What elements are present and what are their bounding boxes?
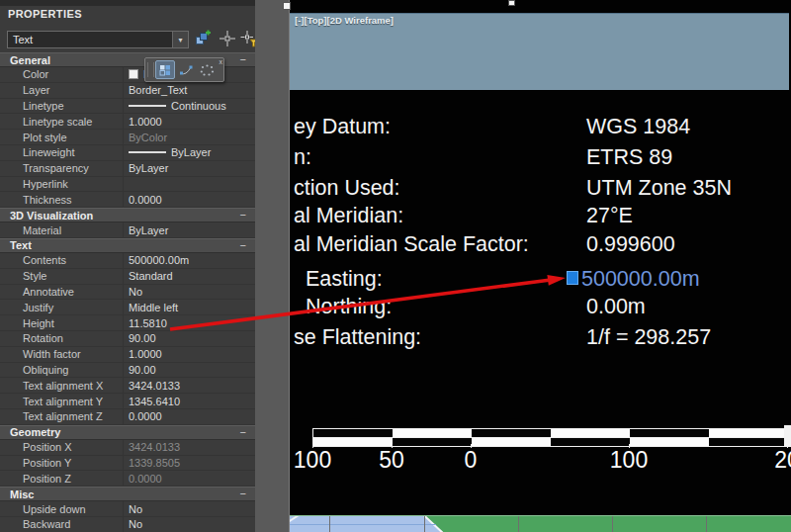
property-value[interactable]: 3424.0133 [124,440,255,455]
property-row-obliquing[interactable]: Obliquing 90.00 [0,363,255,379]
property-row-position-y[interactable]: Position Y 1339.8505 [0,456,255,472]
property-value[interactable]: ByLayer [124,145,255,160]
section-header-3d-visualization[interactable]: 3D Visualization − [0,208,255,222]
property-value[interactable]: No [124,517,255,532]
section-header-text[interactable]: Text − [0,238,255,253]
property-row-thickness[interactable]: Thickness 0.0000 [0,192,255,208]
property-value[interactable]: Standard [124,269,255,284]
info-label[interactable]: Northing: [306,294,392,320]
collapse-icon[interactable]: − [240,427,255,438]
info-line: n: ETRS 89 [290,144,791,171]
info-line: Northing: 0.00m [290,294,791,320]
property-row-lineweight[interactable]: Lineweight ByLayer [0,145,255,161]
property-row-linetype-scale[interactable]: Linetype scale 1.0000 [0,114,255,130]
property-row-plot-style[interactable]: Plot style ByColor [0,130,255,145]
scale-bar-label[interactable]: 100 [610,447,648,474]
property-row-annotative[interactable]: Annotative No [0,285,255,301]
property-value[interactable]: 1339.8505 [124,456,255,471]
property-row-text-alignment-z[interactable]: Text alignment Z 0.0000 [0,409,255,425]
property-value[interactable]: 3424.0133 [124,378,255,393]
property-row-justify[interactable]: Justify Middle left [0,300,255,315]
viewport-grip[interactable] [508,0,515,6]
info-value[interactable]: 0.00m [586,294,646,320]
property-row-style[interactable]: Style Standard [0,269,255,285]
property-value[interactable]: ByColor [124,130,255,144]
close-icon[interactable]: x [220,58,223,65]
collapse-icon[interactable]: − [240,54,255,65]
property-row-backward[interactable]: Backward No [0,517,255,532]
property-row-layer[interactable]: Layer Border_Text [0,83,255,99]
map-scale-bar[interactable] [312,428,789,447]
property-value[interactable]: ByLayer [124,161,255,176]
chevron-down-icon[interactable]: ▾ [172,32,188,47]
info-label[interactable]: al Meridian: [294,203,403,229]
tool-strip: A [255,0,289,532]
property-value[interactable]: 90.00 [124,363,255,378]
selection-marquee-icon[interactable] [197,60,217,79]
collapse-icon[interactable]: − [240,240,255,251]
property-value[interactable]: 90.00 [124,331,255,346]
property-row-rotation[interactable]: Rotation 90.00 [0,331,255,347]
info-label[interactable]: al Meridian Scale Factor: [294,231,529,258]
drawing-canvas[interactable]: [-][Top][2D Wireframe] ey Datum: WGS 198… [289,0,791,532]
property-value[interactable]: Continuous [124,99,255,114]
info-value[interactable]: WGS 1984 [586,114,690,140]
property-value[interactable]: Middle left [124,300,255,314]
property-value[interactable] [124,177,255,192]
section-header-geometry[interactable]: Geometry − [0,425,255,440]
scale-bar-label[interactable]: 0 [465,447,478,474]
scale-bar-label[interactable]: 50 [379,447,404,474]
info-value[interactable]: 1/f = 298.257 [586,324,711,351]
scale-bar-label[interactable]: 20 [774,447,791,474]
property-row-hyperlink[interactable]: Hyperlink [0,177,255,193]
toolbar-drag-handle[interactable] [147,62,154,77]
info-label[interactable]: ction Used: [294,175,400,202]
property-value[interactable]: 0.0000 [124,471,255,486]
object-type-combobox[interactable]: Text ▾ [7,31,189,48]
selection-squares-icon[interactable] [155,60,175,79]
property-value[interactable]: 1345.6410 [124,394,255,408]
select-objects-icon[interactable] [219,30,236,47]
property-row-upside-down[interactable]: Upside down No [0,501,255,517]
property-value[interactable]: No [124,285,255,300]
viewport-grip[interactable] [283,2,291,10]
property-row-transparency[interactable]: Transparency ByLayer [0,161,255,177]
property-value[interactable]: Border_Text [124,83,255,98]
info-label[interactable]: se Flattening: [294,324,421,351]
property-value[interactable]: No [124,501,255,516]
property-value[interactable]: 0.0000 [124,409,255,424]
property-row-position-x[interactable]: Position X 3424.0133 [0,440,255,456]
text-grip-handle[interactable] [567,271,578,285]
info-label[interactable]: Easting: [306,266,383,293]
info-value[interactable]: ETRS 89 [586,144,672,171]
toggle-pickadd-icon[interactable] [194,30,212,47]
collapse-icon[interactable]: − [240,488,255,499]
move-rotate-nodes-icon[interactable] [176,60,196,79]
color-swatch[interactable] [129,69,138,79]
property-row-linetype[interactable]: Linetype Continuous [0,99,255,115]
info-label[interactable]: ey Datum: [294,114,391,140]
property-row-width-factor[interactable]: Width factor 1.0000 [0,347,255,363]
property-value[interactable]: 1.0000 [124,114,255,129]
property-row-contents[interactable]: Contents 500000.00m [0,253,255,269]
property-row-text-alignment-y[interactable]: Text alignment Y 1345.6410 [0,394,255,409]
property-row-height[interactable]: Height 11.5810 [0,315,255,331]
info-value[interactable]: 0.999600 [586,231,675,258]
info-value[interactable]: 27°E [586,203,633,229]
property-label: Text alignment Z [0,409,124,424]
info-value[interactable]: UTM Zone 35N [586,175,732,202]
info-label[interactable]: n: [294,144,311,171]
scale-bar-label[interactable]: 100 [294,447,331,474]
property-row-material[interactable]: Material ByLayer [0,222,255,238]
selected-text-entity[interactable]: 500000.00m [581,266,700,293]
property-value[interactable]: 1.0000 [124,347,255,362]
property-row-text-alignment-x[interactable]: Text alignment X 3424.0133 [0,378,255,394]
viewport-controls[interactable]: [-][Top][2D Wireframe] [295,15,394,26]
property-value[interactable]: 500000.00m [124,253,255,268]
property-value[interactable]: 0.0000 [124,192,255,207]
section-header-misc[interactable]: Misc − [0,487,255,501]
property-value[interactable]: 11.5810 [124,315,255,330]
collapse-icon[interactable]: − [240,210,255,221]
property-value[interactable]: ByLayer [124,222,255,237]
property-row-position-z[interactable]: Position Z 0.0000 [0,471,255,487]
